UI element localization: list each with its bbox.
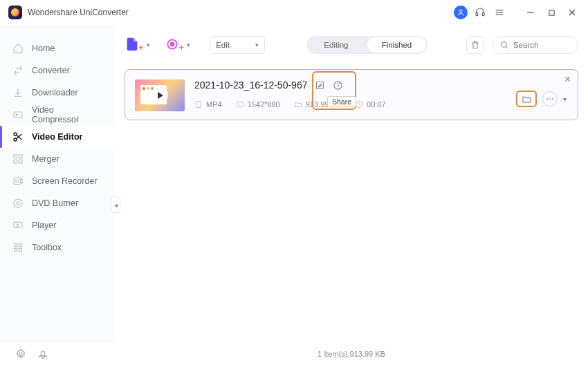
svg-point-20 [16, 180, 19, 182]
svg-rect-2 [482, 13, 484, 16]
compress-icon [12, 109, 24, 120]
sidebar-item-label: Merger [32, 154, 59, 164]
sidebar-item-compressor[interactable]: Video Compressor [0, 104, 115, 126]
grid-icon [12, 242, 24, 253]
file-title: 2021-10-23_16-12-50-967 [194, 79, 307, 91]
hamburger-menu-icon[interactable] [493, 6, 506, 19]
tab-finished[interactable]: Finished [367, 37, 427, 53]
content-area: + ▾ + ▾ Edit ▾ Editing Finished [115, 25, 588, 343]
player-icon [12, 220, 24, 231]
app-title: Wondershare UniConverter [28, 8, 454, 17]
svg-point-30 [502, 41, 507, 47]
sidebar-item-converter[interactable]: Converter [0, 59, 115, 82]
sidebar-item-label: Player [32, 221, 56, 230]
svg-rect-16 [19, 155, 22, 158]
meta-duration: 00:07 [355, 100, 386, 109]
video-thumbnail[interactable] [135, 79, 185, 111]
sidebar-item-label: Converter [32, 66, 70, 75]
share-tooltip: Share [327, 96, 356, 107]
edit-dropdown[interactable]: Edit ▾ [210, 36, 265, 54]
svg-rect-17 [14, 160, 17, 163]
play-icon [151, 87, 168, 104]
sidebar-item-dvd-burner[interactable]: DVD Burner [0, 192, 115, 214]
svg-rect-1 [476, 13, 478, 16]
sidebar-item-merger[interactable]: Merger [0, 148, 115, 170]
settings-button[interactable] [15, 348, 26, 359]
plus-icon: + [179, 42, 185, 53]
tabs: Editing Finished [306, 36, 428, 54]
title-bar: Wondershare UniConverter [0, 0, 588, 25]
converter-icon [12, 65, 24, 76]
svg-point-22 [17, 202, 19, 205]
svg-rect-7 [549, 10, 553, 15]
svg-point-21 [14, 199, 22, 207]
close-window-button[interactable] [564, 5, 580, 20]
edit-dropdown-label: Edit [216, 41, 230, 49]
record-icon [12, 176, 24, 187]
share-icon[interactable] [332, 79, 343, 91]
svg-point-29 [170, 42, 174, 46]
user-avatar[interactable] [454, 6, 468, 19]
svg-rect-24 [15, 244, 17, 247]
tab-editing[interactable]: Editing [306, 36, 366, 54]
toolbar: + ▾ + ▾ Edit ▾ Editing Finished [125, 30, 578, 59]
open-folder-button[interactable] [516, 91, 537, 107]
bell-icon [37, 348, 48, 359]
sidebar-item-home[interactable]: Home [0, 37, 115, 59]
notifications-button[interactable] [37, 348, 48, 359]
trash-icon [470, 40, 480, 50]
headset-icon[interactable] [473, 6, 487, 19]
svg-rect-15 [14, 155, 17, 158]
footer-status: 1 Item(s),913.99 KB [115, 350, 588, 358]
chevron-down-icon: ▾ [255, 41, 259, 48]
svg-point-0 [459, 10, 462, 12]
minimize-button[interactable] [523, 5, 538, 20]
sidebar-item-screen-recorder[interactable]: Screen Recorder [0, 170, 115, 192]
file-icon [194, 100, 203, 109]
meta-format: MP4 [194, 100, 222, 109]
sidebar-item-label: Downloader [32, 88, 78, 97]
search-box[interactable] [493, 36, 578, 54]
sidebar-item-label: Video Editor [32, 132, 82, 142]
svg-rect-18 [19, 160, 22, 163]
file-card: 2021-10-23_16-12-50-967 MP4 1542*880 [125, 69, 578, 120]
sidebar-item-label: DVD Burner [32, 198, 78, 208]
sidebar-item-player[interactable]: Player [0, 214, 115, 236]
sidebar-item-label: Home [32, 44, 55, 53]
target-plus-icon [165, 37, 179, 53]
gear-icon [15, 348, 26, 359]
maximize-button[interactable] [544, 5, 559, 20]
svg-line-31 [506, 46, 508, 48]
more-actions-button[interactable]: ⋯ [542, 91, 558, 106]
chevron-down-icon[interactable]: ▾ [563, 95, 567, 103]
svg-line-14 [17, 134, 22, 139]
meta-resolution: 1542*880 [236, 100, 280, 109]
svg-rect-19 [14, 178, 20, 184]
card-close-button[interactable]: × [564, 74, 571, 85]
sidebar-item-toolbox[interactable]: Toolbox [0, 236, 115, 259]
svg-rect-35 [237, 102, 243, 106]
home-icon [12, 43, 24, 54]
sidebar-collapse-toggle[interactable]: ◂ [111, 196, 120, 213]
add-file-button[interactable]: + ▾ [125, 37, 150, 54]
svg-rect-25 [19, 244, 21, 247]
add-target-button[interactable]: + ▾ [165, 37, 191, 53]
sidebar-item-downloader[interactable]: Downloader [0, 82, 115, 104]
scissors-icon [12, 131, 24, 142]
svg-line-13 [17, 135, 22, 140]
chevron-down-icon: ▾ [187, 41, 190, 48]
svg-rect-26 [15, 248, 17, 251]
rename-icon[interactable] [314, 79, 325, 91]
chevron-down-icon: ▾ [147, 41, 150, 48]
folder-icon [294, 100, 302, 109]
sidebar-item-video-editor[interactable]: Video Editor [0, 126, 115, 148]
search-input[interactable] [513, 41, 569, 49]
disc-icon [12, 198, 24, 209]
trash-button[interactable] [466, 36, 484, 54]
merger-icon [12, 153, 24, 165]
app-logo [8, 6, 22, 19]
file-plus-icon [125, 37, 140, 54]
sidebar-item-label: Video Compressor [32, 105, 102, 124]
ellipsis-icon: ⋯ [546, 94, 554, 104]
folder-icon [522, 94, 532, 104]
